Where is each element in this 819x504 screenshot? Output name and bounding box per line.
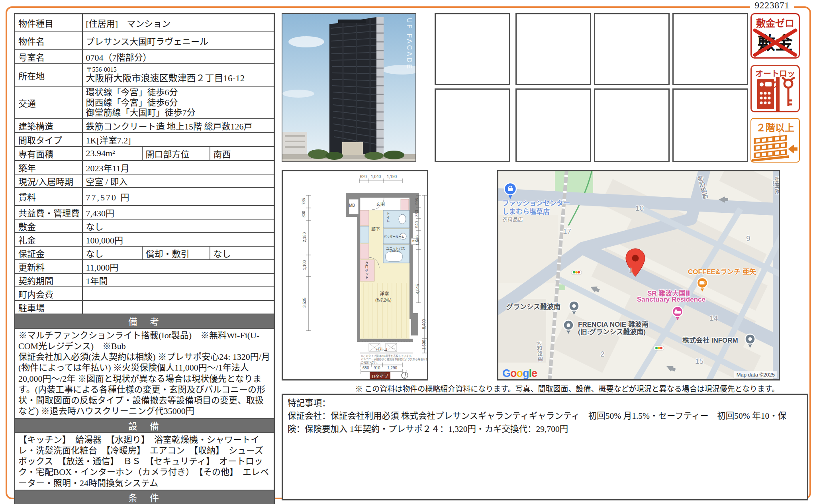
row-value-association <box>82 287 274 300</box>
fp-dim-1500: 1,500 <box>422 340 426 350</box>
row-label-term: 契約期間 <box>15 273 82 287</box>
floorplan-panel: 620 1,040 1,190 785 800 2,180 1,100 3,53… <box>282 170 428 380</box>
location-map: ファッションセンター しまむら塩草店 衣料品店 10 17 9 8 14 2 1… <box>497 170 780 380</box>
map-block-17: 17 <box>563 227 571 236</box>
map-block-10: 10 <box>635 204 644 213</box>
map-road-midosuji: 御堂筋 <box>773 176 780 194</box>
fp-dim-995: 995 <box>415 198 419 205</box>
map-label-shimamura-2: しまむら塩草店 <box>502 206 550 216</box>
photo-placeholder-4 <box>672 13 748 85</box>
equipment-text: 【キッチン】 給湯器 【水廻り】 浴室乾燥機・シャワートイレ・洗髪洗面化粧台 【… <box>15 433 274 490</box>
fp-type-label: Dタイプ <box>370 373 390 379</box>
fp-dim-4045: 4,045 <box>415 284 420 294</box>
row-value-type: [住居用] マンション <box>82 14 274 32</box>
fp-label-closet: クロゼット <box>364 261 369 279</box>
photo-placeholder-5 <box>435 88 510 162</box>
map-label-coffee: COFFEE&ランチ 亜矢 <box>688 266 756 276</box>
no-deposit-cross-icon: 敷金 <box>752 27 799 57</box>
map-label-shimamura-3: 衣料品店 <box>502 215 523 223</box>
fp-label-powder-room: パウダールーム <box>384 234 404 239</box>
photo-placeholder-8 <box>672 88 748 162</box>
photo-placeholder-1 <box>435 13 510 85</box>
fp-dim-3535: 3,535 <box>302 298 307 308</box>
fp-label-unit-bath-size: (1014) <box>390 249 400 253</box>
fp-dim-1100: 1,100 <box>302 260 307 270</box>
row-value-keymoney: 100,000円 <box>82 233 274 246</box>
fp-label-room-size: (約7.2帖) <box>375 297 392 303</box>
building-photo: UF FACADE <box>282 13 416 162</box>
map-block-2: 2 <box>600 350 605 359</box>
address-text: 大阪府大阪市浪速区敷津西２丁目16-12 <box>86 73 271 83</box>
row-label-parking: 駐車場 <box>15 300 82 314</box>
row-value-name: プレサンス大国町ラヴェニール <box>82 32 274 50</box>
fp-dim-8400: 8,400 <box>422 319 426 329</box>
fp-dim-650: 650 <box>362 366 369 370</box>
row-value-layout: 1K[洋室7.2] <box>82 133 274 147</box>
row-value-status: 空室 / 即入 <box>82 174 274 188</box>
document-number: 9223871 <box>750 0 795 11</box>
autolock-badge: オートロック <box>750 65 800 112</box>
fp-note-3: ご確認下さい。 <box>361 360 379 364</box>
row-label-area: 専有面積 <box>15 147 82 161</box>
row-label-renewal: 更新料 <box>15 260 82 273</box>
map-attribution: Map data ©2025 <box>734 371 777 378</box>
fp-dim-1040: 1,040 <box>371 175 381 179</box>
photo-placeholder-7 <box>594 88 670 162</box>
row-value-address: 〒556-0015 大阪府大阪市浪速区敷津西２丁目16-12 <box>82 64 274 87</box>
remarks-paragraph-2: 保証会社加入必須(法人契約は相談) ※プレサポ安心24: 1320円/月(物件に… <box>18 351 270 417</box>
no-deposit-badge: 敷金ゼロ 敷金 <box>750 13 800 59</box>
photo-placeholder-2 <box>515 13 591 85</box>
map-block-1: 1 <box>629 267 632 275</box>
transport-line-3: 御堂筋線「大国町」徒歩7分 <box>86 108 271 118</box>
special-notes-title: 特記事項： <box>288 397 802 410</box>
row-label-rent: 賃料 <box>15 188 82 206</box>
fp-label-ps: PS <box>412 239 417 243</box>
row-label-keymoney: 礼金 <box>15 233 82 246</box>
row-label-amortization: 償却・敷引 <box>142 246 210 260</box>
row-label-guarantee: 保証金 <box>15 246 82 260</box>
row-label-address: 所在地 <box>15 64 82 87</box>
equipment-header: 設 備 <box>15 418 274 433</box>
map-label-frencia-2: (旧:グランシス難波南) <box>578 326 646 336</box>
row-label-transport: 交通 <box>15 87 82 119</box>
autolock-intercom-key-icon <box>752 77 799 111</box>
row-label-room: 号室名 <box>15 50 82 64</box>
photo-placeholder-6 <box>515 88 591 162</box>
property-flyer-page: 9223871 物件種目[住居用] マンション 物件名プレサンス大国町ラヴェニー… <box>0 0 819 504</box>
fp-label-balcony: バルコニー <box>376 346 396 352</box>
fp-label-entrance: 玄関 <box>376 201 385 207</box>
fp-label-toilet: トイレ <box>386 212 391 223</box>
row-label-deposit: 敷金 <box>15 219 82 233</box>
row-label-fees: 共益費・管理費 <box>15 206 82 219</box>
row-label-built: 築年 <box>15 161 82 174</box>
building-photo-illustration <box>282 14 415 161</box>
fp-label-mb: MB <box>349 203 355 208</box>
map-label-gransis: グランシス難波南 <box>506 301 560 311</box>
row-value-room: 0704（7階部分） <box>82 50 274 64</box>
fp-label-room: 洋室 <box>380 290 389 297</box>
row-value-term: 1年間 <box>82 273 274 287</box>
remarks-paragraph-1: ※マルチファンクションライト搭載(Iot製品) ※無料Wi-Fi(U-COM光レ… <box>18 330 270 352</box>
fp-dim-620: 620 <box>360 175 367 179</box>
row-value-guarantee: なし <box>82 246 142 260</box>
fp-label-hallway: 廊下 <box>371 226 380 232</box>
property-spec-table: 物件種目[住居用] マンション 物件名プレサンス大国町ラヴェニール 号室名070… <box>14 13 275 504</box>
row-value-built: 2023年11月 <box>82 161 274 174</box>
row-label-layout: 間取タイプ <box>15 133 82 147</box>
row-value-structure: 鉄筋コンクリート造 地上15階 総戸数126戸 <box>82 119 274 133</box>
fp-dim-1190: 1,190 <box>387 175 397 179</box>
map-block-9: 9 <box>746 234 750 243</box>
row-value-renewal: 11,000円 <box>82 260 274 273</box>
row-label-facing: 開口部方位 <box>142 147 210 161</box>
map-block-14: 14 <box>709 314 718 323</box>
row-value-parking <box>82 300 274 314</box>
second-floor-plus-badge: ２階以上 <box>750 118 800 163</box>
fp-dim-940: 940 <box>415 221 419 228</box>
row-value-area: 23.94m² <box>82 147 142 161</box>
google-logo: Google <box>502 367 537 380</box>
row-value-fees: 7,430円 <box>82 206 274 219</box>
row-label-type: 物件種目 <box>15 14 82 32</box>
map-label-sr-2: Sanctuary Residence <box>637 296 705 304</box>
row-value-amortization: なし <box>210 246 274 260</box>
transport-line-2: 関西線「今宮」徒歩6分 <box>86 98 271 108</box>
